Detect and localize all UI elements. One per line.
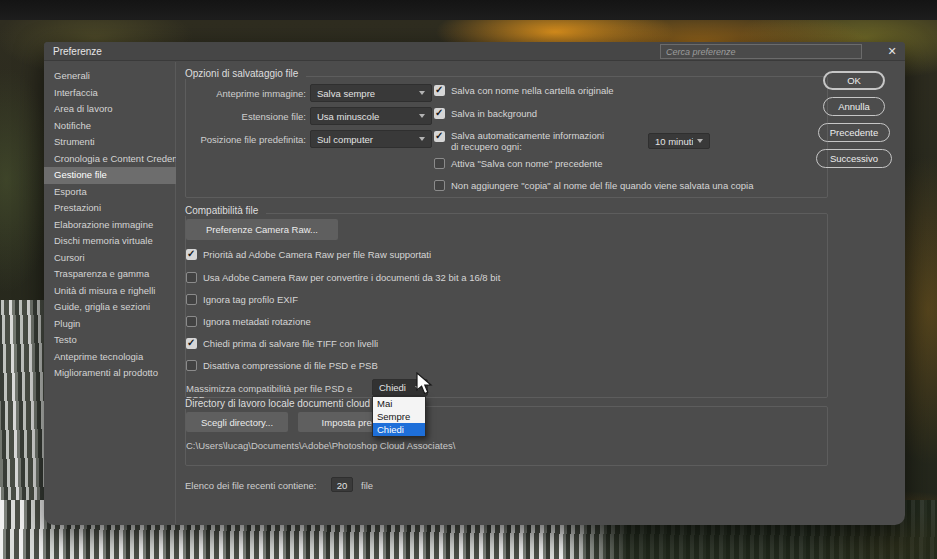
select-posizione-file[interactable]: Sul computer — [310, 130, 432, 148]
checkbox-ignora-metadati-rotazione[interactable]: Ignora metadati rotazione — [186, 316, 311, 327]
checkbox-checked-icon — [186, 338, 197, 349]
checkbox-salva-background[interactable]: Salva in background — [434, 108, 537, 119]
menu-item-chiedi[interactable]: Chiedi — [373, 423, 425, 436]
dialog-title: Preferenze — [53, 46, 102, 57]
label-posizione-file: Posizione file predefinita: — [140, 134, 306, 145]
checkbox-ignora-tag-exif[interactable]: Ignora tag profilo EXIF — [186, 294, 298, 305]
recent-files-label: Elenco dei file recenti contiene: — [185, 480, 317, 491]
sidebar-item-unita-misura[interactable]: Unità di misura e righelli — [44, 283, 176, 300]
sidebar-item-generali[interactable]: Generali — [44, 68, 176, 85]
label-anteprime-immagine: Anteprime immagine: — [140, 88, 306, 99]
group-compatibility-title: Compatibilità file — [185, 205, 266, 216]
checkbox-chiedi-tiff-livelli[interactable]: Chiedi prima di salvare file TIFF con li… — [186, 338, 378, 349]
sidebar-item-guide-griglia[interactable]: Guide, griglia e sezioni — [44, 299, 176, 316]
chevron-down-icon — [419, 91, 425, 95]
checkbox-unchecked-icon — [186, 316, 197, 327]
sidebar-item-miglioramenti[interactable]: Miglioramenti al prodotto — [44, 365, 176, 382]
sidebar-item-prestazioni[interactable]: Prestazioni — [44, 200, 176, 217]
search-input[interactable] — [660, 44, 862, 59]
compatibility-dropdown-menu: Mai Sempre Chiedi — [372, 396, 426, 437]
checkbox-checked-icon — [186, 249, 197, 260]
sidebar-item-cursori[interactable]: Cursori — [44, 250, 176, 267]
checkbox-salva-automaticamente[interactable]: Salva automaticamente informazioni di re… — [434, 131, 624, 152]
close-icon[interactable]: ✕ — [884, 44, 900, 59]
label-estensione-file: Estensione file: — [140, 111, 306, 122]
chevron-down-icon — [419, 137, 425, 141]
choose-directory-button[interactable]: Scegli directory... — [186, 412, 288, 432]
sidebar-item-elaborazione-immagine[interactable]: Elaborazione immagine — [44, 217, 176, 234]
sidebar-item-anteprime-tecnologia[interactable]: Anteprime tecnologia — [44, 349, 176, 366]
preferences-dialog: Preferenze ✕ Generali Interfaccia Area d… — [44, 42, 905, 525]
ok-button[interactable]: OK — [823, 71, 885, 90]
checkbox-disattiva-compressione[interactable]: Disattiva compressione di file PSD e PSB — [186, 360, 378, 371]
sidebar-item-testo[interactable]: Testo — [44, 332, 176, 349]
menu-item-mai[interactable]: Mai — [373, 397, 425, 410]
select-intervallo-recupero[interactable]: 10 minuti — [648, 133, 710, 149]
chevron-down-icon — [697, 139, 703, 143]
checkbox-usa-camera-raw-convertire[interactable]: Usa Adobe Camera Raw per convertire i do… — [186, 272, 500, 283]
select-anteprime-immagine[interactable]: Salva sempre — [310, 84, 432, 102]
sidebar-item-gestione-file[interactable]: Gestione file — [44, 167, 176, 184]
sidebar-item-cronologia[interactable]: Cronologia e Content Credentials — [44, 151, 176, 168]
sidebar-item-trasparenza[interactable]: Trasparenza e gamma — [44, 266, 176, 283]
checkbox-unchecked-icon — [186, 360, 197, 371]
recent-files-count-field[interactable]: 20 — [331, 477, 353, 492]
checkbox-attiva-salva-con-nome[interactable]: Attiva "Salva con nome" precedente — [434, 158, 602, 169]
checkbox-checked-icon — [434, 85, 445, 96]
group-save-options-title: Opzioni di salvataggio file — [185, 68, 306, 79]
select-estensione-file[interactable]: Usa minuscole — [310, 107, 432, 125]
checkbox-salva-cartella-originale[interactable]: Salva con nome nella cartella originale — [434, 85, 614, 96]
checkbox-unchecked-icon — [434, 158, 445, 169]
group-cloud-directory-title: Directory di lavoro locale documenti clo… — [185, 398, 378, 409]
checkbox-checked-icon — [434, 108, 445, 119]
camera-raw-preferences-button[interactable]: Preferenze Camera Raw... — [186, 219, 338, 240]
dialog-titlebar: Preferenze ✕ — [44, 42, 905, 61]
top-black-bar — [0, 0, 937, 20]
sidebar-item-esporta[interactable]: Esporta — [44, 184, 176, 201]
checkbox-unchecked-icon — [186, 272, 197, 283]
recent-files-suffix: file — [361, 480, 373, 491]
checkbox-priorita-camera-raw[interactable]: Priorità ad Adobe Camera Raw per file Ra… — [186, 249, 431, 260]
cancel-button[interactable]: Annulla — [823, 97, 885, 116]
sidebar-item-dischi-memoria[interactable]: Dischi memoria virtuale — [44, 233, 176, 250]
next-button[interactable]: Successivo — [816, 149, 892, 168]
previous-button[interactable]: Precedente — [818, 123, 890, 142]
checkbox-unchecked-icon — [434, 180, 445, 191]
chevron-down-icon — [419, 114, 425, 118]
checkbox-unchecked-icon — [186, 294, 197, 305]
mouse-cursor-icon — [415, 372, 437, 396]
checkbox-non-aggiungere-copia[interactable]: Non aggiungere "copia" al nome del file … — [434, 180, 754, 191]
preferences-sidebar: Generali Interfaccia Area di lavoro Noti… — [44, 62, 176, 524]
screen: Preferenze ✕ Generali Interfaccia Area d… — [0, 0, 937, 559]
menu-item-sempre[interactable]: Sempre — [373, 410, 425, 423]
sidebar-item-plugin[interactable]: Plugin — [44, 316, 176, 333]
cloud-directory-path: C:\Users\lucag\Documents\Adobe\Photoshop… — [186, 440, 455, 451]
checkbox-checked-icon — [434, 131, 445, 142]
